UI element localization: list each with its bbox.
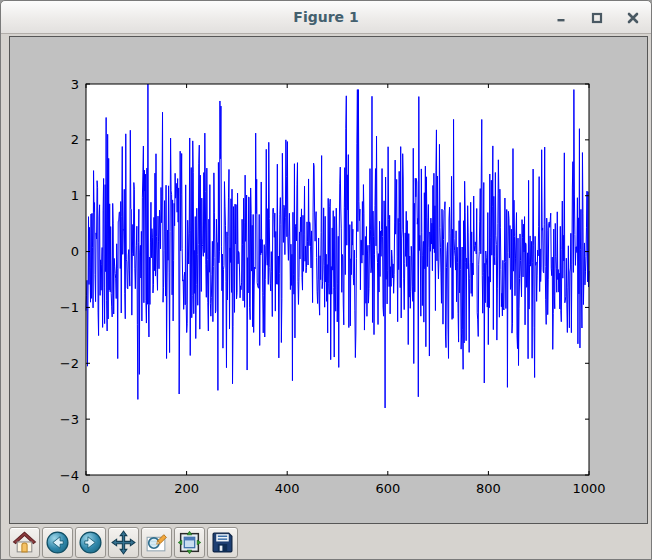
maximize-button[interactable]: [591, 12, 603, 24]
window-title: Figure 1: [293, 9, 358, 25]
svg-text:1000: 1000: [572, 481, 605, 496]
figure-window: Figure 1 02004006008001000−4−3−2−10123: [0, 0, 652, 560]
svg-text:−2: −2: [60, 356, 79, 371]
back-icon: [45, 530, 70, 555]
minimize-icon: [555, 12, 567, 24]
figure-canvas[interactable]: 02004006008001000−4−3−2−10123: [9, 36, 648, 524]
svg-text:0: 0: [71, 244, 79, 259]
svg-text:−3: −3: [60, 412, 79, 427]
back-button[interactable]: [42, 527, 73, 558]
svg-text:3: 3: [71, 77, 79, 92]
plot-svg: 02004006008001000−4−3−2−10123: [10, 37, 647, 523]
home-button[interactable]: [9, 527, 40, 558]
pan-button[interactable]: [108, 527, 139, 558]
subplots-icon: [177, 530, 202, 555]
minimize-button[interactable]: [555, 12, 567, 24]
svg-text:400: 400: [275, 481, 300, 496]
maximize-icon: [591, 12, 603, 24]
navigation-toolbar: [1, 524, 652, 560]
forward-icon: [78, 530, 103, 555]
zoom-rect-icon: [144, 530, 169, 555]
home-icon: [12, 530, 37, 555]
close-button[interactable]: [627, 12, 639, 24]
window-controls: [555, 1, 639, 34]
svg-text:−4: −4: [60, 468, 79, 483]
svg-text:−1: −1: [60, 300, 79, 315]
svg-text:2: 2: [71, 132, 79, 147]
pan-icon: [111, 530, 136, 555]
close-icon: [627, 12, 639, 24]
forward-button[interactable]: [75, 527, 106, 558]
subplots-button[interactable]: [174, 527, 205, 558]
save-icon: [210, 530, 235, 555]
zoom-rect-button[interactable]: [141, 527, 172, 558]
svg-text:800: 800: [476, 481, 501, 496]
svg-text:1: 1: [71, 188, 79, 203]
svg-text:600: 600: [375, 481, 400, 496]
svg-text:0: 0: [82, 481, 90, 496]
svg-text:200: 200: [174, 481, 199, 496]
save-button[interactable]: [207, 527, 238, 558]
titlebar[interactable]: Figure 1: [1, 1, 651, 34]
